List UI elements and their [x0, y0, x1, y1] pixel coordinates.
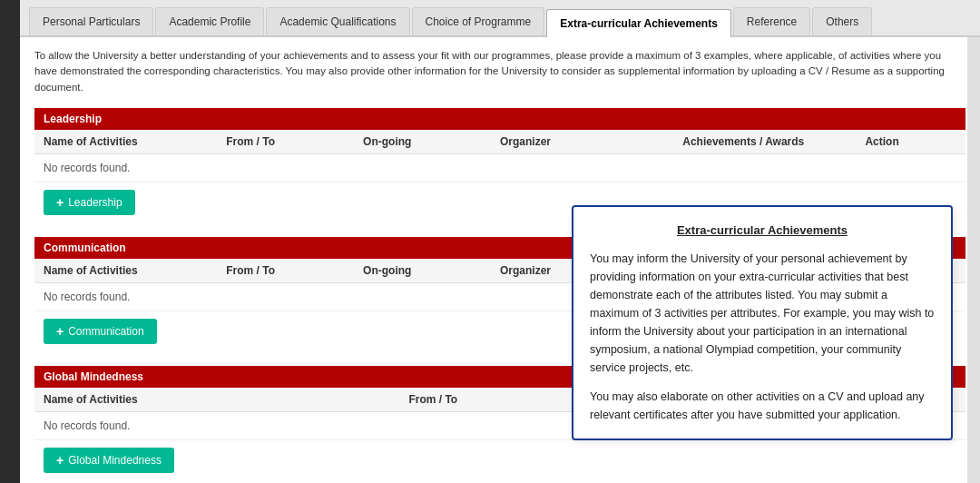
col-ongoing-label: On-going	[363, 135, 500, 148]
tab-academic-profile[interactable]: Academic Profile	[155, 7, 264, 35]
tab-bar: Personal Particulars Academic Profile Ac…	[20, 0, 980, 37]
scrollbar[interactable]	[967, 37, 980, 483]
tooltip-para1: You may inform the University of your pe…	[590, 250, 935, 377]
col-name-label-2: Name of Activities	[44, 264, 226, 277]
plus-icon: +	[56, 195, 64, 210]
add-global-mindedness-label: Global Mindedness	[68, 454, 162, 467]
col-from-label: From / To	[226, 135, 363, 148]
col-action-label: Action	[865, 135, 956, 148]
tab-others[interactable]: Others	[812, 7, 872, 35]
description-text: To allow the University a better underst…	[34, 48, 965, 95]
col-organizer-label: Organizer	[500, 135, 682, 148]
tab-reference[interactable]: Reference	[733, 7, 810, 35]
tooltip-title: Extra-curricular Achievements	[590, 222, 935, 241]
add-leadership-button[interactable]: + Leadership	[44, 190, 135, 215]
tab-extra-curricular[interactable]: Extra-curricular Achievements	[546, 9, 731, 37]
col-ongoing-label-2: On-going	[363, 264, 500, 277]
col-achievements-label: Achievements / Awards	[682, 135, 865, 148]
leadership-no-records: No records found.	[34, 154, 965, 182]
add-communication-button[interactable]: + Communication	[44, 319, 157, 344]
col-name-label-3: Name of Activities	[44, 393, 408, 406]
add-global-mindedness-button[interactable]: + Global Mindedness	[44, 448, 174, 473]
leadership-table-header: Name of Activities From / To On-going Or…	[34, 130, 965, 154]
tooltip-para2: You may also elaborate on other activiti…	[590, 388, 935, 424]
col-name-label: Name of Activities	[44, 135, 226, 148]
tab-personal[interactable]: Personal Particulars	[29, 7, 153, 35]
sidebar	[0, 0, 20, 483]
leadership-header: Leadership	[34, 108, 965, 130]
main-content: Personal Particulars Academic Profile Ac…	[20, 0, 980, 483]
plus-icon-3: +	[56, 453, 64, 468]
add-leadership-label: Leadership	[68, 196, 122, 209]
tab-choice-of-programme[interactable]: Choice of Programme	[412, 7, 545, 35]
tooltip-popup: Extra-curricular Achievements You may in…	[572, 205, 953, 440]
add-communication-label: Communication	[68, 325, 143, 338]
plus-icon-2: +	[56, 324, 64, 339]
col-from-label-2: From / To	[226, 264, 363, 277]
content-area: To allow the University a better underst…	[20, 37, 980, 483]
tab-academic-qualifications[interactable]: Academic Qualifications	[266, 7, 409, 35]
